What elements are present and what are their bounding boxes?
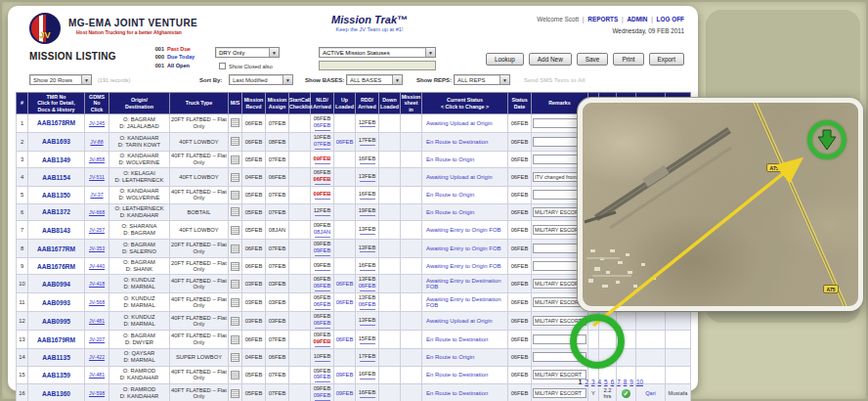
column-header[interactable]: Mission sheet in: [401, 93, 422, 114]
ms-doc-icon[interactable]: [231, 156, 239, 164]
tmr-link[interactable]: AAB0993: [42, 299, 70, 306]
column-header[interactable]: Origin/ Destination: [109, 93, 170, 114]
sort-select[interactable]: Last Modified ▼: [229, 74, 293, 85]
gdms-link[interactable]: JV-858: [89, 156, 105, 162]
current-status-link[interactable]: Awaiting Entry to Origin FOB: [423, 263, 506, 269]
tmr-link[interactable]: AAB1676RM: [37, 263, 75, 270]
column-header[interactable]: Mission Assign: [266, 93, 289, 114]
gdms-link[interactable]: JV-511: [89, 174, 105, 180]
export-button[interactable]: Export: [649, 53, 684, 66]
gdms-link[interactable]: JV-37: [90, 192, 103, 198]
gdms-link[interactable]: JV-353: [89, 245, 105, 251]
tmr-link[interactable]: AAB1360: [42, 390, 70, 397]
rep-driver-link[interactable]: Qari: [645, 390, 656, 396]
page-link-5[interactable]: 5: [604, 379, 608, 385]
current-status-link[interactable]: En Route to Origin: [423, 354, 506, 360]
current-status-link[interactable]: Awaiting Upload at Origin: [423, 318, 506, 324]
current-status-link[interactable]: Awaiting Entry to Origin FOB: [423, 245, 506, 251]
bases-select[interactable]: ALL BASES ▼: [346, 74, 403, 85]
gdms-link[interactable]: JV-245: [89, 120, 105, 126]
gdms-link[interactable]: JV-422: [89, 354, 105, 360]
current-status-link[interactable]: Awaiting Upload at Origin: [423, 120, 506, 126]
current-status-link[interactable]: En Route to Origin: [423, 156, 506, 162]
count-label[interactable]: All Open: [167, 63, 190, 68]
remarks-input[interactable]: [533, 388, 586, 398]
ms-doc-icon[interactable]: [231, 371, 239, 379]
save-button[interactable]: Save: [577, 53, 609, 66]
gdms-link[interactable]: JV-418: [89, 281, 105, 287]
ms-doc-icon[interactable]: [231, 353, 239, 362]
ping-ok-check-icon[interactable]: ✓: [622, 389, 630, 398]
current-status-link[interactable]: Awaiting Entry to Destination FOB: [423, 296, 506, 308]
current-status-link[interactable]: Awaiting Entry to Destination FOB: [423, 278, 506, 290]
tmr-link[interactable]: AAB1350: [42, 192, 70, 199]
column-header[interactable]: NLD/ Arrived: [311, 93, 334, 114]
tmr-link[interactable]: AAB1359: [42, 372, 70, 379]
ms-doc-icon[interactable]: [231, 191, 239, 200]
ms-doc-icon[interactable]: [231, 298, 239, 307]
ms-doc-icon[interactable]: [231, 137, 239, 146]
gdms-link[interactable]: JV-257: [89, 227, 105, 233]
show-closed-checkbox[interactable]: [219, 63, 226, 69]
gdms-link[interactable]: JV-598: [89, 390, 105, 396]
column-header[interactable]: Status Date: [508, 93, 532, 114]
nav-link-log-off[interactable]: LOG OFF: [657, 16, 684, 22]
page-link-4[interactable]: 4: [598, 379, 602, 385]
nav-link-reports[interactable]: REPORTS: [587, 16, 618, 22]
ms-doc-icon[interactable]: [231, 173, 239, 182]
status-filter-input[interactable]: [319, 61, 436, 70]
tmr-link[interactable]: AAB0995: [42, 318, 70, 325]
column-header[interactable]: Truck Type: [170, 93, 229, 114]
page-link-10[interactable]: 10: [636, 379, 643, 385]
tmr-link[interactable]: AAB1372: [42, 208, 70, 215]
page-link-2[interactable]: 2: [585, 379, 588, 385]
column-header[interactable]: Up Loaded: [334, 93, 356, 114]
current-status-link[interactable]: Awaiting Entry to Origin FOB: [423, 227, 506, 233]
tmr-link[interactable]: AAB0994: [42, 281, 70, 288]
map-inset[interactable]: A75 A75: [578, 98, 863, 311]
column-header[interactable]: TMR No Click for Detail, Docs & History: [28, 93, 85, 114]
tmr-link[interactable]: AAB1677RM: [37, 245, 75, 252]
status-filter-select[interactable]: ACTIVE Mission Statuses ▼: [319, 47, 436, 58]
count-label[interactable]: Due Today: [167, 54, 195, 60]
page-link-1[interactable]: 1: [579, 379, 583, 385]
current-status-link[interactable]: En Route to Destination: [423, 139, 506, 145]
gdms-link[interactable]: JV-568: [89, 299, 105, 305]
column-header[interactable]: RDD/ Arrived: [356, 93, 379, 114]
ms-doc-icon[interactable]: [231, 317, 239, 326]
column-header[interactable]: M/S: [229, 93, 242, 114]
column-header[interactable]: Current Status < Click to Change >: [422, 93, 508, 114]
gdms-link[interactable]: JV-481: [89, 318, 105, 324]
gdms-link[interactable]: JV-207: [89, 336, 105, 342]
gdms-link[interactable]: JV-668: [89, 209, 105, 215]
count-label[interactable]: Past Due: [167, 46, 191, 52]
lookup-button[interactable]: Lookup: [486, 53, 524, 66]
tmr-link[interactable]: AAB1135: [42, 354, 70, 361]
column-header[interactable]: Mission Recvd: [242, 93, 266, 114]
page-link-9[interactable]: 9: [629, 379, 633, 385]
rows-per-page-select[interactable]: Show 20 Rows ▼: [29, 74, 92, 85]
tmr-link[interactable]: AAB1679RM: [37, 336, 75, 343]
page-link-3[interactable]: 3: [591, 379, 595, 385]
ms-doc-icon[interactable]: [231, 118, 239, 127]
ms-doc-icon[interactable]: [231, 389, 239, 398]
current-status-link[interactable]: En Route to Destination: [423, 372, 506, 378]
column-header[interactable]: Down Loaded: [379, 93, 401, 114]
ms-doc-icon[interactable]: [231, 262, 239, 271]
column-header[interactable]: StartCall Checklist: [289, 93, 311, 114]
tmr-link[interactable]: AAB1693: [42, 138, 70, 145]
page-link-8[interactable]: 8: [624, 379, 628, 385]
column-header[interactable]: #: [17, 93, 28, 114]
ms-doc-icon[interactable]: [231, 207, 239, 216]
column-header[interactable]: GDMS No Click: [85, 93, 109, 114]
print-button[interactable]: Print: [613, 53, 643, 66]
ms-doc-icon[interactable]: [231, 226, 239, 235]
ms-doc-icon[interactable]: [231, 245, 239, 253]
tmr-link[interactable]: AAB1678RM: [37, 119, 75, 126]
ms-doc-icon[interactable]: [231, 280, 239, 289]
tmr-link[interactable]: AAB1349: [42, 156, 70, 163]
current-status-link[interactable]: En Route to Origin: [423, 209, 506, 215]
current-status-link[interactable]: En Route to Origin: [423, 192, 506, 198]
tmr-link[interactable]: AAB1154: [42, 174, 70, 181]
gdms-link[interactable]: JV-481: [89, 372, 105, 378]
